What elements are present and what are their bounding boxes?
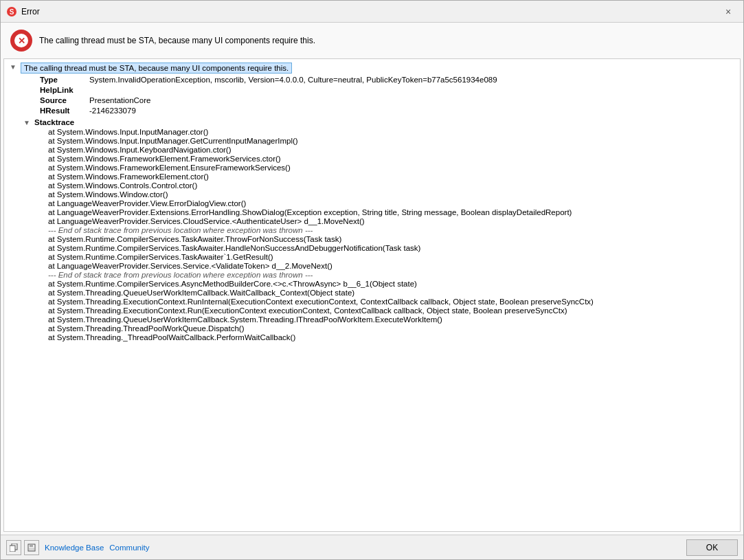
stack-line: at LanguageWeaverProvider.Services.Servi… [48,261,734,270]
exception-main-message: The calling thread must be STA, because … [21,63,292,74]
close-button[interactable]: × [719,5,738,19]
svg-text:S: S [10,8,14,16]
source-row: Source PresentationCore [10,95,734,105]
stack-line: at System.Windows.FrameworkElement.Frame… [48,154,734,163]
window-title: Error [21,7,40,16]
stack-line: at System.Windows.Input.InputManager.Get… [48,136,734,145]
source-label: Source [40,96,89,104]
error-window: S Error × ✕ The calling thread must be S… [0,0,744,560]
hresult-row: HResult -2146233079 [10,105,734,115]
footer-icons [6,540,39,555]
stack-line: at System.Threading.QueueUserWorkItemCal… [48,315,734,324]
stack-line: at LanguageWeaverProvider.View.ErrorDial… [48,199,734,208]
stack-line: at System.Runtime.CompilerServices.Async… [48,279,734,288]
stack-line: at System.Threading.ExecutionContext.Run… [48,297,734,306]
exception-tree: ▼ The calling thread must be STA, becaus… [10,62,734,341]
title-bar-left: S Error [6,6,40,17]
hresult-label: HResult [40,107,89,115]
footer-icon-btn-1[interactable] [6,540,21,555]
header-message: The calling thread must be STA, because … [39,36,315,45]
stack-line: at System.Windows.Window.ctor() [48,190,734,199]
exception-detail-scroll[interactable]: ▼ The calling thread must be STA, becaus… [3,58,741,532]
header-row: ✕ The calling thread must be STA, becaus… [1,23,743,58]
type-value: System.InvalidOperationException, mscorl… [89,76,497,84]
stacktrace-expand-icon[interactable]: ▼ [23,118,34,126]
helplink-label: HelpLink [40,86,89,94]
svg-rect-6 [29,548,34,550]
helplink-row: HelpLink [10,85,734,95]
footer: Knowledge Base Community OK [1,535,743,559]
stack-line: at LanguageWeaverProvider.Services.Cloud… [48,216,734,225]
stack-line: at System.Windows.FrameworkElement.Ensur… [48,163,734,172]
stacktrace-header-row[interactable]: ▼ Stacktrace [10,115,734,127]
community-link[interactable]: Community [109,544,149,552]
stack-line: at System.Windows.Input.InputManager.cto… [48,127,734,136]
footer-left: Knowledge Base Community [6,540,149,555]
stack-line: at LanguageWeaverProvider.Extensions.Err… [48,208,734,216]
stack-line: at System.Windows.FrameworkElement.ctor(… [48,172,734,181]
title-bar: S Error × [1,1,743,23]
stack-line: at System.Runtime.CompilerServices.TaskA… [48,234,734,243]
exception-main-row[interactable]: ▼ The calling thread must be STA, becaus… [10,62,734,74]
ok-button[interactable]: OK [686,539,738,556]
type-row: Type System.InvalidOperationException, m… [10,74,734,85]
stacktrace-label: Stacktrace [34,118,74,126]
copy-icon [10,544,18,552]
stack-line: at System.Runtime.CompilerServices.TaskA… [48,243,734,252]
stack-line: at System.Runtime.CompilerServices.TaskA… [48,252,734,261]
hresult-value: -2146233079 [89,107,136,115]
stack-line: at System.Windows.Input.KeyboardNavigati… [48,145,734,154]
stack-line: at System.Threading.ExecutionContext.Run… [48,306,734,315]
stack-line: at System.Threading.ThreadPoolWorkQueue.… [48,324,734,333]
type-label: Type [40,76,89,84]
save-icon [27,544,36,552]
footer-icon-btn-2[interactable] [24,540,39,555]
svg-rect-3 [10,546,15,552]
stack-line: at System.Threading._ThreadPoolWaitCallb… [48,333,734,341]
stack-lines-container: at System.Windows.Input.InputManager.cto… [10,127,734,341]
stack-line: --- End of stack trace from previous loc… [48,270,734,279]
app-icon: S [6,6,17,17]
knowledge-base-link[interactable]: Knowledge Base [45,544,104,552]
svg-rect-5 [30,544,33,547]
stack-line: at System.Threading.QueueUserWorkItemCal… [48,288,734,297]
stack-line: at System.Windows.Controls.Control.ctor(… [48,181,734,190]
expand-icon[interactable]: ▼ [10,63,21,71]
source-value: PresentationCore [89,96,151,104]
stack-line: --- End of stack trace from previous loc… [48,225,734,234]
error-icon: ✕ [10,30,32,52]
